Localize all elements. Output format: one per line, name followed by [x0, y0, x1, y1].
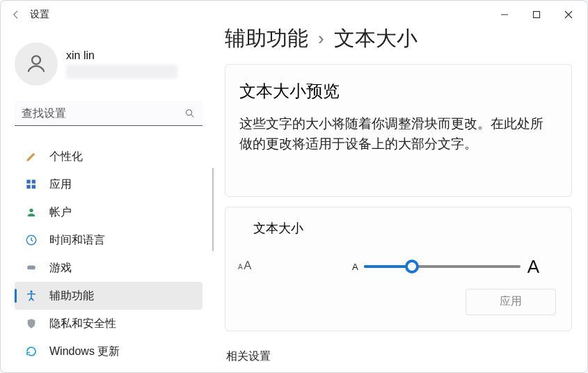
sidebar-item-accounts[interactable]: 帐户 [15, 198, 202, 226]
avatar [15, 42, 58, 86]
text-size-card: 文本大小 AA A A 应用 [225, 207, 572, 331]
minimize-button[interactable] [488, 3, 521, 26]
text-size-label: 文本大小 [253, 220, 556, 237]
svg-text:A: A [238, 263, 243, 271]
back-button[interactable] [3, 2, 29, 27]
maximize-button[interactable] [521, 3, 553, 26]
slider-min-label: A [352, 262, 358, 272]
apps-icon [24, 177, 38, 191]
nav-list: 个性化 应用 帐户 时 [15, 143, 208, 365]
svg-rect-0 [534, 12, 540, 18]
person-icon [24, 205, 38, 219]
app-title: 设置 [30, 8, 49, 21]
sidebar-item-windows-update[interactable]: Windows 更新 [15, 338, 202, 365]
svg-rect-3 [26, 180, 30, 183]
profile[interactable]: xin lin [15, 42, 208, 86]
main-content: 辅助功能 › 文本大小 文本大小预览 这些文字的大小将随着你调整滑块而更改。在此… [216, 29, 587, 372]
profile-name: xin lin [66, 49, 177, 62]
sidebar-item-apps[interactable]: 应用 [15, 170, 202, 198]
scrollbar-indicator[interactable] [212, 168, 214, 251]
sidebar-item-label: Windows 更新 [49, 344, 120, 359]
sidebar: xin lin 个性化 [1, 29, 216, 372]
sidebar-item-label: 应用 [49, 177, 72, 192]
svg-text:A: A [244, 259, 252, 272]
svg-rect-9 [27, 266, 35, 270]
svg-rect-4 [32, 180, 35, 183]
preview-title: 文本大小预览 [239, 80, 555, 102]
svg-point-7 [29, 209, 33, 212]
text-size-slider[interactable] [364, 260, 521, 273]
sidebar-item-label: 个性化 [49, 150, 83, 164]
svg-point-1 [32, 56, 40, 64]
gamepad-icon [24, 261, 38, 275]
slider-thumb[interactable] [405, 260, 419, 273]
profile-email-blurred [66, 65, 177, 79]
sidebar-item-label: 帐户 [49, 205, 72, 220]
sidebar-item-personalization[interactable]: 个性化 [15, 143, 202, 170]
apply-button[interactable]: 应用 [466, 289, 556, 315]
sidebar-item-label: 游戏 [49, 261, 72, 276]
breadcrumb: 辅助功能 › 文本大小 [225, 29, 572, 53]
text-size-aa-icon: AA [238, 258, 255, 275]
svg-rect-5 [26, 185, 30, 189]
search-box[interactable] [15, 101, 202, 126]
brush-icon [24, 150, 38, 164]
sidebar-item-accessibility[interactable]: 辅助功能 [15, 282, 202, 310]
breadcrumb-parent[interactable]: 辅助功能 [225, 29, 308, 53]
shield-icon [24, 317, 38, 331]
sidebar-item-label: 辅助功能 [49, 289, 94, 303]
sidebar-item-privacy[interactable]: 隐私和安全性 [15, 310, 202, 338]
sidebar-item-gaming[interactable]: 游戏 [15, 254, 202, 282]
svg-rect-6 [32, 185, 35, 189]
sidebar-item-label: 隐私和安全性 [49, 317, 116, 331]
sidebar-item-time-language[interactable]: 时间和语言 [15, 226, 202, 254]
sidebar-item-label: 时间和语言 [49, 233, 105, 248]
clock-icon [24, 233, 38, 247]
close-button[interactable] [553, 3, 585, 26]
search-input[interactable] [15, 101, 202, 126]
svg-point-10 [30, 290, 32, 292]
update-icon [24, 344, 38, 358]
chevron-right-icon: › [318, 29, 324, 49]
related-settings-heading: 相关设置 [226, 349, 572, 364]
breadcrumb-current: 文本大小 [334, 29, 418, 53]
text-preview-card: 文本大小预览 这些文字的大小将随着你调整滑块而更改。在此处所做的更改将适用于设备… [225, 64, 572, 197]
accessibility-icon [24, 289, 38, 303]
slider-max-label: A [527, 256, 539, 278]
preview-body: 这些文字的大小将随着你调整滑块而更改。在此处所做的更改将适用于设备上的大部分文字… [239, 113, 555, 154]
